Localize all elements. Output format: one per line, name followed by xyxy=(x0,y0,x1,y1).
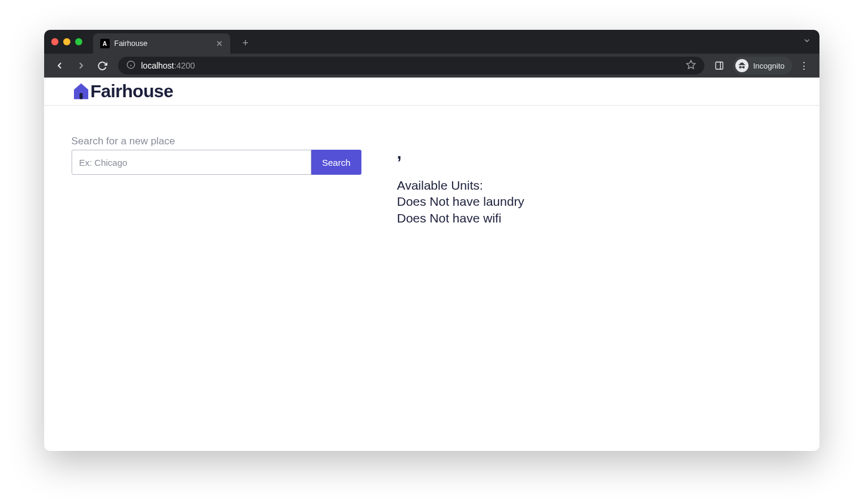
incognito-label: Incognito xyxy=(753,61,785,70)
svg-rect-6 xyxy=(79,93,82,100)
forward-button[interactable] xyxy=(72,56,91,75)
browser-chrome: A Fairhouse ✕ + xyxy=(44,30,819,78)
minimize-window-button[interactable] xyxy=(63,38,70,45)
browser-tab[interactable]: A Fairhouse ✕ xyxy=(93,33,230,54)
tab-title: Fairhouse xyxy=(115,39,211,48)
search-row: Search xyxy=(72,150,361,175)
app-header: Fairhouse xyxy=(44,78,819,106)
house-icon xyxy=(72,82,91,101)
bookmark-star-icon[interactable] xyxy=(686,60,696,72)
details-section: , Available Units: Does Not have laundry… xyxy=(397,135,525,226)
close-tab-icon[interactable]: ✕ xyxy=(216,39,223,48)
incognito-icon xyxy=(735,59,748,72)
available-units-line: Available Units: xyxy=(397,177,525,193)
laundry-line: Does Not have laundry xyxy=(397,193,525,209)
url-host: localhost xyxy=(141,61,174,70)
search-button[interactable]: Search xyxy=(311,150,361,175)
search-label: Search for a new place xyxy=(72,135,361,147)
maximize-window-button[interactable] xyxy=(75,38,82,45)
reload-button[interactable] xyxy=(93,56,112,75)
address-bar[interactable]: localhost:4200 xyxy=(118,57,704,75)
search-input[interactable] xyxy=(72,150,311,175)
back-button[interactable] xyxy=(50,56,69,75)
browser-window: A Fairhouse ✕ + xyxy=(44,30,819,451)
svg-marker-3 xyxy=(686,60,695,68)
tab-favicon: A xyxy=(100,39,110,48)
browser-menu-icon[interactable]: ⋮ xyxy=(794,60,813,72)
svg-rect-4 xyxy=(716,62,723,69)
new-tab-button[interactable]: + xyxy=(237,35,254,51)
side-panel-icon[interactable] xyxy=(710,57,728,75)
url-text: localhost:4200 xyxy=(141,61,680,70)
close-window-button[interactable] xyxy=(51,38,58,45)
incognito-badge[interactable]: Incognito xyxy=(733,57,792,75)
address-bar-row: localhost:4200 Incognito ⋮ xyxy=(44,54,819,78)
brand-logo[interactable]: Fairhouse xyxy=(72,81,174,101)
page-content: Fairhouse Search for a new place Search … xyxy=(44,78,819,451)
wifi-line: Does Not have wifi xyxy=(397,210,525,226)
listing-heading: , xyxy=(397,144,525,163)
main-area: Search for a new place Search , Availabl… xyxy=(44,106,819,256)
brand-name: Fairhouse xyxy=(91,81,174,101)
window-controls xyxy=(51,38,82,45)
tabs-dropdown-icon[interactable] xyxy=(803,36,811,47)
search-section: Search for a new place Search xyxy=(72,135,361,226)
site-info-icon[interactable] xyxy=(126,60,135,71)
url-port: :4200 xyxy=(174,61,195,70)
tab-bar: A Fairhouse ✕ + xyxy=(44,30,819,54)
